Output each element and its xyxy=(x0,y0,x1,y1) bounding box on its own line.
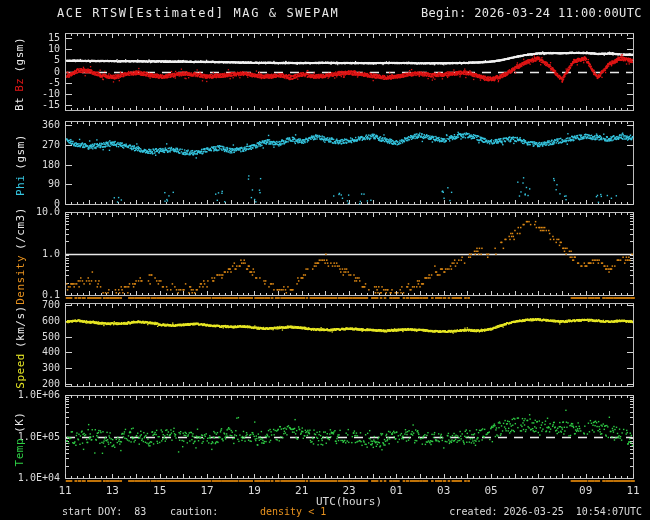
x-tick-label: 01 xyxy=(381,484,411,497)
panel-label-text: BtBz(gsm) xyxy=(14,32,27,111)
plot-title: ACE RTSW[Estimated] MAG & SWEPAM xyxy=(57,6,339,20)
x-tick-label: 15 xyxy=(145,484,175,497)
x-tick-label: 03 xyxy=(429,484,459,497)
x-tick-label: 13 xyxy=(97,484,127,497)
caution-label: caution: xyxy=(170,506,218,517)
label-part: Speed xyxy=(14,353,27,389)
x-tick-label: 05 xyxy=(476,484,506,497)
plot-canvas xyxy=(0,0,650,520)
x-tick-label: 11 xyxy=(50,484,80,497)
panel-label-bt-bz: BtBz(gsm) xyxy=(2,33,38,110)
panel-label-phi: Phi(gsm) xyxy=(2,121,38,204)
caution-value: density < 1 xyxy=(260,506,326,517)
label-part: Bt xyxy=(14,97,27,111)
label-part: (/cm3) xyxy=(14,207,27,250)
panel-label-text: Speed(km/s) xyxy=(14,300,27,388)
label-part: (km/s) xyxy=(14,305,27,348)
label-part: Density xyxy=(14,255,27,305)
panel-label-text: Temp(K) xyxy=(14,407,27,467)
label-part: (K) xyxy=(14,412,27,433)
x-tick-label: 07 xyxy=(523,484,553,497)
x-tick-label: 11 xyxy=(618,484,648,497)
panel-label-temp: Temp(K) xyxy=(2,395,38,478)
label-part: Bz xyxy=(14,78,27,92)
label-part: (gsm) xyxy=(14,37,27,73)
panel-label-density: Density(/cm3) xyxy=(2,212,38,295)
ace-rtsw-plot-window: ACE RTSW[Estimated] MAG & SWEPAM Begin: … xyxy=(0,0,650,520)
panel-label-text: Phi(gsm) xyxy=(14,129,27,196)
begin-timestamp: Begin: 2026-03-24 11:00:00UTC xyxy=(421,6,642,20)
x-tick-label: 09 xyxy=(571,484,601,497)
x-tick-label: 21 xyxy=(287,484,317,497)
created-timestamp: created: 2026-03-25 10:54:07UTC xyxy=(449,506,642,517)
label-part: Phi xyxy=(14,175,27,196)
start-doy-label: start DOY: 83 xyxy=(62,506,146,517)
panel-label-text: Density(/cm3) xyxy=(14,202,27,305)
x-tick-label: 19 xyxy=(239,484,269,497)
label-part: Temp xyxy=(14,438,27,467)
label-part: (gsm) xyxy=(14,134,27,170)
panel-label-speed: Speed(km/s) xyxy=(2,303,38,386)
x-tick-label: 17 xyxy=(192,484,222,497)
